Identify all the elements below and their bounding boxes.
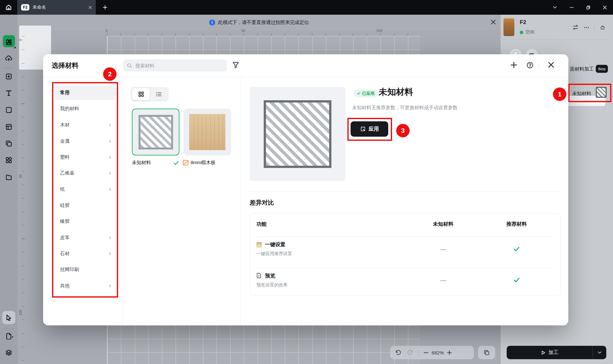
compare-title: 差异对比 <box>250 199 274 207</box>
processing-mode-label: 面材料加工 <box>570 66 594 72</box>
add-material-button[interactable] <box>511 62 517 68</box>
window-menu-chevron[interactable] <box>547 0 563 15</box>
titlebar: F2 未命名 <box>0 0 613 15</box>
left-toolbar <box>0 15 18 364</box>
annotation-box-3 <box>347 118 392 141</box>
material-type-icon <box>183 160 188 165</box>
restore-button[interactable] <box>580 0 596 15</box>
select-tool[interactable] <box>2 311 15 324</box>
import-button[interactable] <box>2 70 15 83</box>
new-tab-button[interactable] <box>98 0 112 15</box>
check-icon <box>357 92 360 95</box>
redo-icon[interactable] <box>407 350 413 356</box>
text-tool[interactable] <box>2 87 15 100</box>
unknown-value: — <box>424 277 462 284</box>
notification-bar: ! 此模式下，请不要直接通过拍照来完成定位 <box>18 15 501 30</box>
table-divider <box>256 237 555 237</box>
modal-title: 选择材料 <box>52 61 79 70</box>
app-window: F2 未命名 ! 此模式下，请不要直接通过拍照来完成定位 <box>0 0 613 364</box>
zoom-in-icon[interactable] <box>447 350 452 355</box>
device-status-dot <box>520 31 523 34</box>
shape-tool[interactable] <box>2 103 15 117</box>
process-button-label: 加工 <box>549 349 559 356</box>
material-search[interactable] <box>123 59 227 72</box>
feature-description: 一键应用推荐设置 <box>256 251 292 257</box>
material-card-label: 未知材料 <box>132 160 151 166</box>
feature-name: 一键设置 <box>265 241 285 248</box>
list-view-button[interactable] <box>150 88 167 100</box>
panel-divider <box>594 25 595 30</box>
canvas-grid-top[interactable] <box>107 36 420 54</box>
unknown-value: — <box>424 246 462 253</box>
grid-view-button[interactable] <box>132 88 150 100</box>
home-button[interactable] <box>0 0 17 15</box>
layers-button[interactable] <box>2 346 15 359</box>
minimize-button[interactable] <box>563 0 580 15</box>
document-page-button[interactable] <box>2 330 15 343</box>
zoom-level[interactable]: 682% <box>428 350 447 355</box>
save-button[interactable] <box>2 36 15 49</box>
help-icon[interactable] <box>526 62 534 69</box>
tab-title: 未命名 <box>33 4 85 10</box>
column-header-feature: 功能 <box>256 221 267 228</box>
ruler-tick-label: 50 <box>19 174 22 178</box>
more-options-icon[interactable] <box>584 25 589 30</box>
process-dropdown-button[interactable] <box>593 350 606 355</box>
toolbar-divider <box>4 68 14 68</box>
material-detail-description: 未知材料无推荐参数，可更换材料或手动设置参数 <box>352 105 458 111</box>
material-card-unknown[interactable] <box>132 109 179 155</box>
modal-divider <box>122 77 123 325</box>
process-button[interactable]: 加工 <box>507 349 593 356</box>
material-card-basswood[interactable] <box>184 109 231 155</box>
material-preview-swatch <box>264 100 331 168</box>
basswood-swatch <box>189 114 225 150</box>
controls-divider <box>418 349 419 356</box>
modal-divider <box>43 77 568 77</box>
panel-divider <box>503 40 610 40</box>
zoom-out-icon[interactable] <box>424 350 428 355</box>
filter-icon[interactable] <box>232 61 239 69</box>
feature-name: 预览 <box>265 273 275 279</box>
check-icon <box>497 246 536 252</box>
canvas-grid-bottom[interactable] <box>107 325 420 364</box>
folder-tool[interactable] <box>2 171 15 184</box>
duplicate-tool[interactable] <box>2 137 15 150</box>
unknown-material-swatch <box>139 115 173 149</box>
applied-badge: 已应用 <box>354 89 378 97</box>
undo-icon[interactable] <box>395 350 401 356</box>
horizontal-ruler-ticks <box>107 33 420 36</box>
play-icon <box>541 350 546 355</box>
switch-device-icon[interactable] <box>572 24 579 30</box>
column-header-unknown: 未知材料 <box>424 221 462 228</box>
ruler-tick-label: 100 <box>376 29 382 33</box>
toolbar-divider <box>4 329 14 329</box>
info-icon: ! <box>209 19 215 26</box>
ruler-tick-label: 100 <box>19 310 22 315</box>
layout-tool[interactable] <box>2 120 15 133</box>
view-toggle <box>131 87 169 102</box>
tab-close-icon[interactable] <box>88 6 92 9</box>
ruler-tick-label: 50 <box>241 29 245 33</box>
compare-table: 功能 未知材料 推荐材料 一键设置 一键应用推荐设置 — 预览 预览设置的效果 … <box>250 213 561 296</box>
select-material-modal: 选择材料 常用 我的材料 木材 金属 塑料 乙烯基 纸 硅胶 橡胶 皮革 石材 … <box>43 54 568 325</box>
search-input[interactable] <box>135 63 223 69</box>
beta-badge: Beta <box>596 65 608 73</box>
notification-close-icon[interactable] <box>491 19 492 25</box>
annotation-step-3: 3 <box>396 124 410 137</box>
duplicate-canvas-button[interactable] <box>478 346 495 359</box>
annotation-box-1 <box>568 84 611 102</box>
document-tab[interactable]: F2 未命名 <box>17 0 96 15</box>
table-divider <box>256 268 555 268</box>
collapse-panel-icon[interactable] <box>600 25 605 30</box>
cloud-upload-button[interactable] <box>2 52 15 65</box>
canvas-controls: 682% <box>390 346 474 359</box>
close-button[interactable] <box>596 0 613 15</box>
modal-close-icon[interactable] <box>548 62 554 68</box>
check-icon <box>497 277 536 283</box>
apps-tool[interactable] <box>2 154 15 167</box>
search-icon <box>127 63 132 68</box>
annotation-box-2 <box>52 82 118 298</box>
material-detail-title: 未知材料 <box>379 86 413 98</box>
detail-divider <box>250 192 561 192</box>
notification-text: 此模式下，请不要直接通过拍照来完成定位 <box>218 19 309 26</box>
